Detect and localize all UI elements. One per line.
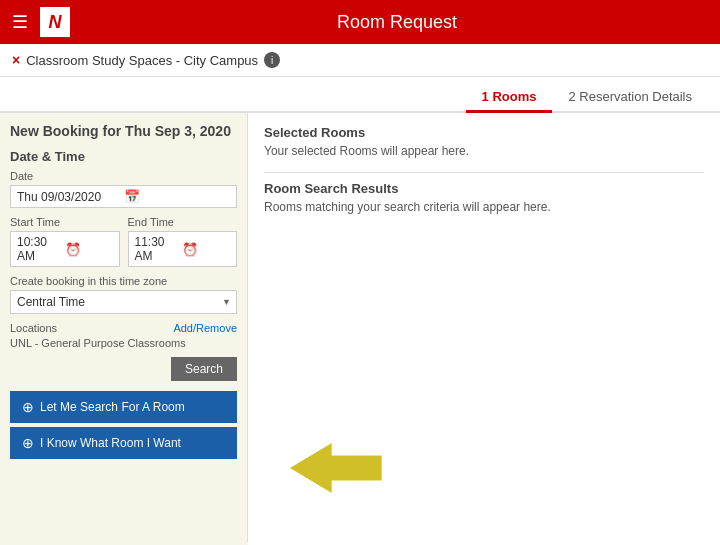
search-results-heading: Room Search Results: [264, 181, 704, 196]
let-me-search-icon: ⊕: [22, 399, 34, 415]
i-know-what-room-icon: ⊕: [22, 435, 34, 451]
tabs-bar: 1 Rooms 2 Reservation Details: [0, 77, 720, 113]
date-label: Date: [10, 170, 237, 182]
booking-title: New Booking for Thu Sep 3, 2020: [10, 123, 237, 139]
timezone-select-wrapper[interactable]: Central Time: [10, 290, 237, 314]
search-button[interactable]: Search: [171, 357, 237, 381]
right-panel: Selected Rooms Your selected Rooms will …: [248, 113, 720, 542]
locations-label: Locations: [10, 322, 57, 334]
tab-rooms-number: 1: [482, 89, 493, 104]
start-time-label: Start Time: [10, 216, 120, 228]
let-me-search-label: Let Me Search For A Room: [40, 400, 185, 414]
end-time-label: End Time: [128, 216, 238, 228]
breadcrumb-info-icon[interactable]: i: [264, 52, 280, 68]
tab-rooms[interactable]: 1 Rooms: [466, 83, 553, 113]
page-title: Room Request: [86, 12, 708, 33]
locations-field-group: Locations Add/Remove UNL - General Purpo…: [10, 322, 237, 349]
i-know-what-room-label: I Know What Room I Want: [40, 436, 181, 450]
start-time-clock-icon[interactable]: ⏰: [65, 242, 113, 257]
tab-reservation-details[interactable]: 2 Reservation Details: [552, 83, 708, 113]
i-know-what-room-button[interactable]: ⊕ I Know What Room I Want: [10, 427, 237, 459]
end-time-value: 11:30 AM: [135, 235, 183, 263]
timezone-label: Create booking in this time zone: [10, 275, 237, 287]
add-remove-link[interactable]: Add/Remove: [173, 322, 237, 334]
date-input[interactable]: Thu 09/03/2020 📅: [10, 185, 237, 208]
section-divider: [264, 172, 704, 173]
tab-reservation-label: Reservation Details: [579, 89, 692, 104]
end-time-input[interactable]: 11:30 AM ⏰: [128, 231, 238, 267]
start-time-field: Start Time 10:30 AM ⏰: [10, 216, 120, 267]
main-layout: New Booking for Thu Sep 3, 2020 Date & T…: [0, 113, 720, 542]
tab-reservation-number: 2: [568, 89, 579, 104]
end-time-field: End Time 11:30 AM ⏰: [128, 216, 238, 267]
university-logo: N: [40, 7, 70, 37]
tab-rooms-label: Rooms: [492, 89, 536, 104]
main-wrapper: New Booking for Thu Sep 3, 2020 Date & T…: [0, 113, 720, 545]
date-time-label: Date & Time: [10, 149, 237, 164]
timezone-field-group: Create booking in this time zone Central…: [10, 275, 237, 314]
location-value: UNL - General Purpose Classrooms: [10, 337, 237, 349]
end-time-clock-icon[interactable]: ⏰: [182, 242, 230, 257]
selected-rooms-heading: Selected Rooms: [264, 125, 704, 140]
timezone-select[interactable]: Central Time: [10, 290, 237, 314]
date-value: Thu 09/03/2020: [17, 190, 124, 204]
breadcrumb-close[interactable]: ×: [12, 52, 20, 68]
time-row: Start Time 10:30 AM ⏰ End Time 11:30 AM …: [10, 216, 237, 267]
breadcrumb-text: Classroom Study Spaces - City Campus: [26, 53, 258, 68]
calendar-icon[interactable]: 📅: [124, 189, 231, 204]
start-time-input[interactable]: 10:30 AM ⏰: [10, 231, 120, 267]
locations-header: Locations Add/Remove: [10, 322, 237, 334]
selected-rooms-placeholder: Your selected Rooms will appear here.: [264, 144, 704, 158]
start-time-value: 10:30 AM: [17, 235, 65, 263]
search-button-row: Search: [10, 357, 237, 381]
hamburger-menu[interactable]: ☰: [12, 11, 28, 33]
app-header: ☰ N Room Request: [0, 0, 720, 44]
search-results-placeholder: Rooms matching your search criteria will…: [264, 200, 704, 214]
left-panel: New Booking for Thu Sep 3, 2020 Date & T…: [0, 113, 248, 542]
date-field-group: Date Thu 09/03/2020 📅: [10, 170, 237, 208]
breadcrumb-bar: × Classroom Study Spaces - City Campus i: [0, 44, 720, 77]
let-me-search-button[interactable]: ⊕ Let Me Search For A Room: [10, 391, 237, 423]
